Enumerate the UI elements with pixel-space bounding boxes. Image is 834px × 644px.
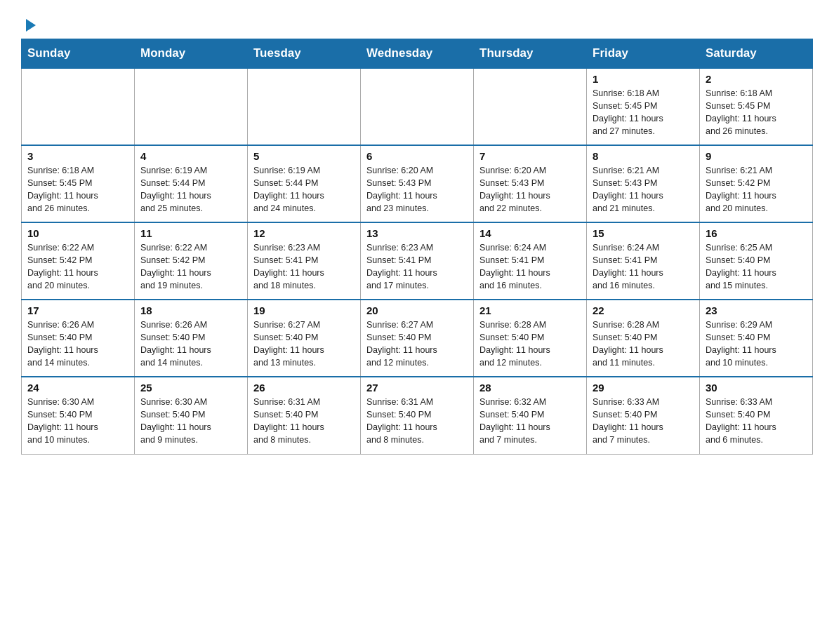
calendar-cell: [474, 68, 587, 145]
day-number: 11: [140, 227, 241, 239]
day-info: Sunrise: 6:29 AM Sunset: 5:40 PM Dayligh…: [706, 318, 807, 370]
day-number: 21: [479, 304, 581, 316]
day-number: 29: [593, 382, 694, 394]
day-number: 20: [366, 304, 468, 316]
calendar-cell: 20Sunrise: 6:27 AM Sunset: 5:40 PM Dayli…: [361, 300, 474, 377]
day-number: 17: [27, 304, 128, 316]
calendar-cell: 12Sunrise: 6:23 AM Sunset: 5:41 PM Dayli…: [248, 222, 361, 300]
day-info: Sunrise: 6:26 AM Sunset: 5:40 PM Dayligh…: [140, 318, 241, 370]
day-number: 7: [479, 150, 581, 162]
calendar-cell: 24Sunrise: 6:30 AM Sunset: 5:40 PM Dayli…: [22, 377, 135, 454]
calendar-cell: 19Sunrise: 6:27 AM Sunset: 5:40 PM Dayli…: [248, 300, 361, 377]
day-number: 14: [479, 227, 581, 239]
day-info: Sunrise: 6:18 AM Sunset: 5:45 PM Dayligh…: [27, 164, 128, 215]
day-info: Sunrise: 6:27 AM Sunset: 5:40 PM Dayligh…: [253, 318, 355, 370]
calendar-cell: 21Sunrise: 6:28 AM Sunset: 5:40 PM Dayli…: [474, 300, 587, 377]
logo: [21, 14, 39, 32]
day-info: Sunrise: 6:20 AM Sunset: 5:43 PM Dayligh…: [479, 164, 581, 215]
calendar-week-4: 17Sunrise: 6:26 AM Sunset: 5:40 PM Dayli…: [22, 300, 813, 377]
day-info: Sunrise: 6:31 AM Sunset: 5:40 PM Dayligh…: [366, 396, 468, 447]
day-number: 1: [593, 73, 694, 85]
calendar-cell: 6Sunrise: 6:20 AM Sunset: 5:43 PM Daylig…: [361, 145, 474, 222]
day-number: 15: [593, 227, 694, 239]
calendar-cell: 8Sunrise: 6:21 AM Sunset: 5:43 PM Daylig…: [587, 145, 700, 222]
calendar-cell: 28Sunrise: 6:32 AM Sunset: 5:40 PM Dayli…: [474, 377, 587, 454]
weekday-header-monday: Monday: [135, 39, 248, 69]
page-header: [21, 14, 813, 32]
day-info: Sunrise: 6:27 AM Sunset: 5:40 PM Dayligh…: [366, 318, 468, 370]
day-number: 8: [593, 150, 694, 162]
calendar-week-1: 1Sunrise: 6:18 AM Sunset: 5:45 PM Daylig…: [22, 68, 813, 145]
day-info: Sunrise: 6:30 AM Sunset: 5:40 PM Dayligh…: [140, 396, 241, 447]
calendar-cell: 2Sunrise: 6:18 AM Sunset: 5:45 PM Daylig…: [700, 68, 813, 145]
day-number: 26: [253, 382, 355, 394]
weekday-header-saturday: Saturday: [700, 39, 813, 69]
day-number: 23: [706, 304, 807, 316]
day-info: Sunrise: 6:31 AM Sunset: 5:40 PM Dayligh…: [253, 396, 355, 447]
day-info: Sunrise: 6:22 AM Sunset: 5:42 PM Dayligh…: [27, 241, 128, 293]
weekday-header-row: SundayMondayTuesdayWednesdayThursdayFrid…: [22, 39, 813, 69]
calendar-cell: 5Sunrise: 6:19 AM Sunset: 5:44 PM Daylig…: [248, 145, 361, 222]
day-number: 13: [366, 227, 468, 239]
calendar-table: SundayMondayTuesdayWednesdayThursdayFrid…: [21, 39, 813, 455]
day-info: Sunrise: 6:21 AM Sunset: 5:43 PM Dayligh…: [593, 164, 694, 215]
weekday-header-thursday: Thursday: [474, 39, 587, 69]
day-number: 4: [140, 150, 241, 162]
calendar-cell: [361, 68, 474, 145]
day-info: Sunrise: 6:32 AM Sunset: 5:40 PM Dayligh…: [479, 396, 581, 447]
calendar-cell: 13Sunrise: 6:23 AM Sunset: 5:41 PM Dayli…: [361, 222, 474, 300]
day-info: Sunrise: 6:21 AM Sunset: 5:42 PM Dayligh…: [706, 164, 807, 215]
calendar-cell: [22, 68, 135, 145]
day-info: Sunrise: 6:33 AM Sunset: 5:40 PM Dayligh…: [593, 396, 694, 447]
day-number: 25: [140, 382, 241, 394]
day-number: 12: [253, 227, 355, 239]
day-info: Sunrise: 6:18 AM Sunset: 5:45 PM Dayligh…: [593, 87, 694, 138]
day-number: 3: [27, 150, 128, 162]
day-info: Sunrise: 6:25 AM Sunset: 5:40 PM Dayligh…: [706, 241, 807, 293]
weekday-header-tuesday: Tuesday: [248, 39, 361, 69]
day-number: 19: [253, 304, 355, 316]
calendar-cell: 27Sunrise: 6:31 AM Sunset: 5:40 PM Dayli…: [361, 377, 474, 454]
day-info: Sunrise: 6:20 AM Sunset: 5:43 PM Dayligh…: [366, 164, 468, 215]
calendar-week-3: 10Sunrise: 6:22 AM Sunset: 5:42 PM Dayli…: [22, 222, 813, 300]
day-info: Sunrise: 6:24 AM Sunset: 5:41 PM Dayligh…: [479, 241, 581, 293]
weekday-header-wednesday: Wednesday: [361, 39, 474, 69]
calendar-cell: 29Sunrise: 6:33 AM Sunset: 5:40 PM Dayli…: [587, 377, 700, 454]
day-info: Sunrise: 6:33 AM Sunset: 5:40 PM Dayligh…: [706, 396, 807, 447]
weekday-header-friday: Friday: [587, 39, 700, 69]
calendar-cell: 26Sunrise: 6:31 AM Sunset: 5:40 PM Dayli…: [248, 377, 361, 454]
day-info: Sunrise: 6:28 AM Sunset: 5:40 PM Dayligh…: [593, 318, 694, 370]
calendar-cell: 11Sunrise: 6:22 AM Sunset: 5:42 PM Dayli…: [135, 222, 248, 300]
day-info: Sunrise: 6:26 AM Sunset: 5:40 PM Dayligh…: [27, 318, 128, 370]
day-number: 28: [479, 382, 581, 394]
calendar-cell: 22Sunrise: 6:28 AM Sunset: 5:40 PM Dayli…: [587, 300, 700, 377]
calendar-week-5: 24Sunrise: 6:30 AM Sunset: 5:40 PM Dayli…: [22, 377, 813, 454]
day-number: 6: [366, 150, 468, 162]
calendar-week-2: 3Sunrise: 6:18 AM Sunset: 5:45 PM Daylig…: [22, 145, 813, 222]
calendar-cell: 15Sunrise: 6:24 AM Sunset: 5:41 PM Dayli…: [587, 222, 700, 300]
calendar-cell: 17Sunrise: 6:26 AM Sunset: 5:40 PM Dayli…: [22, 300, 135, 377]
day-info: Sunrise: 6:30 AM Sunset: 5:40 PM Dayligh…: [27, 396, 128, 447]
calendar-cell: 18Sunrise: 6:26 AM Sunset: 5:40 PM Dayli…: [135, 300, 248, 377]
calendar-cell: 25Sunrise: 6:30 AM Sunset: 5:40 PM Dayli…: [135, 377, 248, 454]
day-number: 9: [706, 150, 807, 162]
calendar-cell: 9Sunrise: 6:21 AM Sunset: 5:42 PM Daylig…: [700, 145, 813, 222]
day-info: Sunrise: 6:28 AM Sunset: 5:40 PM Dayligh…: [479, 318, 581, 370]
day-number: 24: [27, 382, 128, 394]
calendar-cell: 7Sunrise: 6:20 AM Sunset: 5:43 PM Daylig…: [474, 145, 587, 222]
day-info: Sunrise: 6:22 AM Sunset: 5:42 PM Dayligh…: [140, 241, 241, 293]
day-number: 2: [706, 73, 807, 85]
calendar-cell: 14Sunrise: 6:24 AM Sunset: 5:41 PM Dayli…: [474, 222, 587, 300]
day-number: 5: [253, 150, 355, 162]
weekday-header-sunday: Sunday: [22, 39, 135, 69]
day-info: Sunrise: 6:18 AM Sunset: 5:45 PM Dayligh…: [706, 87, 807, 138]
day-number: 27: [366, 382, 468, 394]
calendar-cell: [135, 68, 248, 145]
calendar-cell: 4Sunrise: 6:19 AM Sunset: 5:44 PM Daylig…: [135, 145, 248, 222]
day-info: Sunrise: 6:23 AM Sunset: 5:41 PM Dayligh…: [366, 241, 468, 293]
day-info: Sunrise: 6:24 AM Sunset: 5:41 PM Dayligh…: [593, 241, 694, 293]
day-number: 18: [140, 304, 241, 316]
svg-marker-0: [26, 19, 36, 32]
day-number: 16: [706, 227, 807, 239]
day-number: 30: [706, 382, 807, 394]
